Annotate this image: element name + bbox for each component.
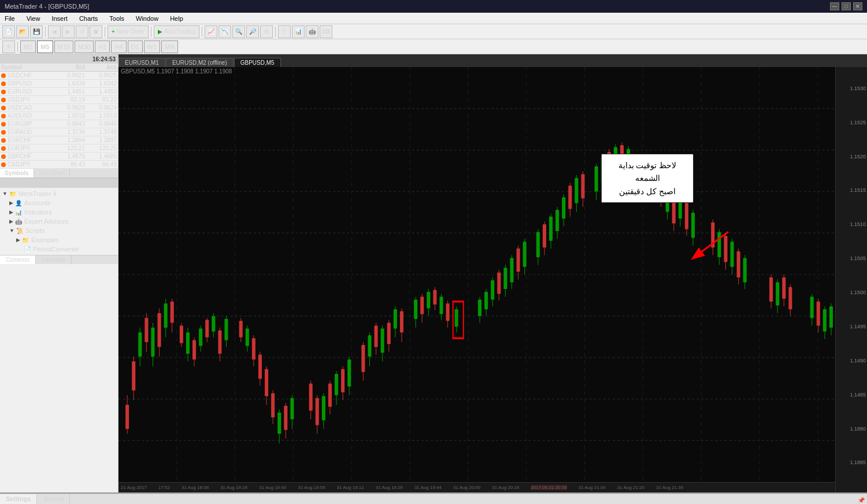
svg-rect-69 <box>284 406 287 430</box>
status-dot <box>1 90 6 94</box>
chart-container[interactable]: GBPUSD,M5 1.1907 1.1908 1.1907 1.1908 <box>118 67 867 492</box>
market-watch-row[interactable]: USDJPY 83.19 83.22 <box>0 96 118 104</box>
svg-rect-101 <box>414 299 417 318</box>
svg-rect-125 <box>510 258 513 283</box>
period-m15[interactable]: M15 <box>54 40 73 53</box>
nav-metatrader4[interactable]: ▼ 📁 MetaTrader 4 <box>1 189 117 198</box>
period-h4[interactable]: H4 <box>111 40 126 53</box>
terminal-button[interactable]: ⌨ <box>320 25 332 38</box>
market-watch-row[interactable]: USDCAD 0.9620 0.9624 <box>0 104 118 112</box>
market-watch-row[interactable]: EURJPY 120.21 120.25 <box>0 144 118 153</box>
tree-arrow: ▶ <box>9 200 13 206</box>
market-watch-row[interactable]: GBPCHF 1.4575 1.4585 <box>0 153 118 161</box>
close-button[interactable]: ✕ <box>853 2 862 10</box>
refresh-button[interactable]: ↺ <box>76 25 88 38</box>
panel-pin[interactable]: 📌 <box>858 497 865 503</box>
stop-button[interactable]: ⏹ <box>90 25 102 38</box>
period-m30[interactable]: M30 <box>75 40 94 53</box>
chart-tab-gbpusd-m5[interactable]: GBPUSD,M5 <box>234 58 281 67</box>
period-mn[interactable]: MN <box>161 40 178 53</box>
svg-rect-23 <box>125 405 129 429</box>
nav-period-converter[interactable]: 📄 PeriodConverter <box>15 244 117 254</box>
zoom-out-button[interactable]: 🔎 <box>246 25 259 38</box>
maximize-button[interactable]: □ <box>842 2 851 10</box>
market-watch-row[interactable]: EURAUD 1.3736 1.3748 <box>0 128 118 136</box>
menu-view[interactable]: View <box>24 14 43 23</box>
tab-journal[interactable]: Journal <box>37 494 70 504</box>
minimize-button[interactable]: — <box>830 2 839 10</box>
period-w1[interactable]: W1 <box>144 40 161 53</box>
examples-icon: 📁 <box>21 236 29 244</box>
price-label-7: 1.1500 <box>850 290 866 295</box>
tree-arrow: ▶ <box>9 209 13 215</box>
svg-rect-41 <box>186 332 190 354</box>
crosshair-button[interactable]: ✛ <box>2 40 15 53</box>
tab-tick-chart[interactable]: Tick Chart <box>34 169 70 177</box>
period-button[interactable]: ⏱ <box>278 25 291 38</box>
chart-up-button[interactable]: 📈 <box>205 25 217 38</box>
chart-down-button[interactable]: 📉 <box>218 25 231 38</box>
back-button[interactable]: ◀ <box>48 25 61 38</box>
menu-insert[interactable]: Insert <box>49 14 70 23</box>
ask-price: 1.3748 <box>85 129 117 135</box>
grid-button[interactable]: ⊞ <box>260 25 273 38</box>
nav-accounts-label: Accounts <box>24 199 50 206</box>
svg-rect-75 <box>316 398 319 425</box>
chart-tab-eurusd-m2[interactable]: EURUSD,M2 (offline) <box>166 58 234 67</box>
svg-rect-121 <box>497 273 501 294</box>
period-m1[interactable]: M1 <box>20 40 36 53</box>
svg-rect-137 <box>555 210 559 231</box>
nav-ea-label: Expert Advisors <box>24 218 68 225</box>
ask-price: 1.6342 <box>85 80 117 87</box>
nav-examples[interactable]: ▶ 📁 Examples <box>15 235 117 244</box>
market-watch-row[interactable]: EURGBP 0.8843 0.8846 <box>0 120 118 128</box>
menu-window[interactable]: Window <box>134 14 161 23</box>
menu-charts[interactable]: Charts <box>77 14 100 23</box>
new-order-button[interactable]: + New Order <box>108 25 149 38</box>
period-d1[interactable]: D1 <box>128 40 143 53</box>
experts-button[interactable]: 🤖 <box>306 25 318 38</box>
nav-expert-advisors[interactable]: ▶ 🤖 Expert Advisors <box>8 217 117 226</box>
window-controls[interactable]: — □ ✕ <box>830 2 862 10</box>
svg-rect-25 <box>132 361 135 390</box>
market-watch-row[interactable]: USDCHF 0.8921 0.8925 <box>0 72 118 80</box>
nav-scripts[interactable]: ▼ 📜 Scripts <box>8 226 117 235</box>
ask-price: 1.2897 <box>85 137 117 143</box>
bid-price: 1.4451 <box>53 88 85 95</box>
menu-file[interactable]: File <box>2 14 17 23</box>
status-dot <box>1 146 6 151</box>
navigator-close[interactable]: ✕ <box>111 180 116 187</box>
svg-rect-89 <box>368 335 371 357</box>
menu-help[interactable]: Help <box>168 14 186 23</box>
market-watch-row[interactable]: CADJPY 86.43 86.49 <box>0 161 118 169</box>
open-button[interactable]: 📂 <box>16 25 29 38</box>
svg-rect-79 <box>328 384 332 407</box>
period-m5[interactable]: M5 <box>37 40 53 53</box>
tab-favorites[interactable]: Favorites <box>36 255 72 264</box>
save-button[interactable]: 💾 <box>30 25 43 38</box>
indicators-button[interactable]: 📊 <box>292 25 305 38</box>
menu-tools[interactable]: Tools <box>107 14 127 23</box>
tab-symbols[interactable]: Symbols <box>0 169 34 177</box>
chart-tab-eurusd-m1[interactable]: EURUSD,M1 <box>118 58 165 67</box>
zoom-in-button[interactable]: 🔍 <box>232 25 245 38</box>
tab-common[interactable]: Common <box>0 255 36 264</box>
svg-rect-129 <box>523 242 527 266</box>
market-watch-row[interactable]: GBPUSD 1.6339 1.6342 <box>0 80 118 88</box>
forward-button[interactable]: ▶ <box>62 25 75 38</box>
price-label-5: 1.1510 <box>850 221 866 227</box>
time-label-12: 2017.08.31 20:58 <box>531 485 566 490</box>
nav-accounts[interactable]: ▶ 👤 Accounts <box>8 198 117 207</box>
period-h1[interactable]: H1 <box>95 40 110 53</box>
svg-rect-107 <box>433 290 436 305</box>
bid-price: 1.2894 <box>53 137 85 143</box>
new-button[interactable]: 📄 <box>2 25 15 38</box>
nav-indicators[interactable]: ▶ 📊 Indicators <box>8 207 117 217</box>
ask-price: 1.4585 <box>85 153 117 160</box>
market-watch-row[interactable]: EURCHF 1.2894 1.2897 <box>0 136 118 144</box>
market-watch-row[interactable]: EURUSD 1.4451 1.4453 <box>0 88 118 96</box>
autotrading-button[interactable]: ▶ AutoTrading <box>154 25 199 38</box>
market-watch-row[interactable]: AUDUSD 1.0515 1.0518 <box>0 112 118 120</box>
tab-settings[interactable]: Settings <box>0 494 37 504</box>
price-label-3: 1.1520 <box>850 154 866 160</box>
